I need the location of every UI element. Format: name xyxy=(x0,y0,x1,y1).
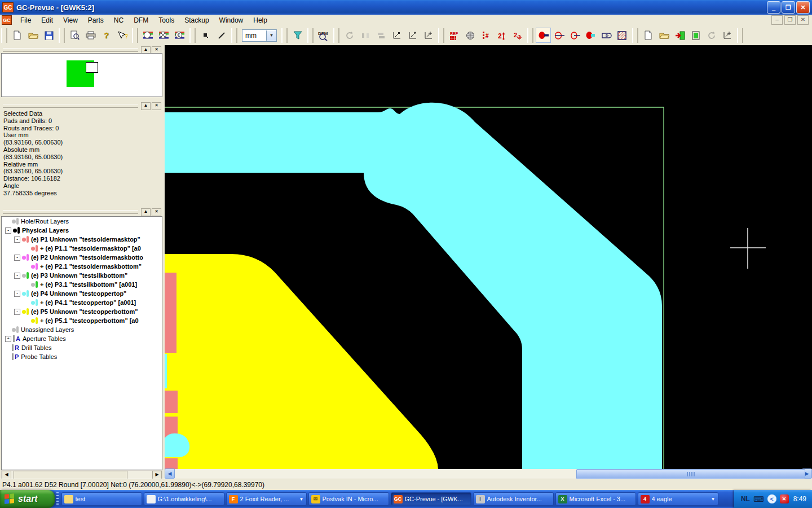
measure-plus-button[interactable] xyxy=(720,28,735,43)
layer-tree-item[interactable]: Hole/Rout Layers xyxy=(2,217,162,226)
menu-window[interactable]: Window xyxy=(214,15,249,25)
restore-button[interactable]: ❐ xyxy=(782,1,795,14)
layer-tree-item[interactable]: PProbe Tables xyxy=(2,352,162,361)
panel-grip[interactable] xyxy=(3,104,138,108)
taskbar-button-folder[interactable]: test xyxy=(61,492,142,506)
mdi-minimize-button[interactable]: – xyxy=(771,15,783,25)
toolbar-grip[interactable] xyxy=(189,28,196,43)
new-file-button-2[interactable] xyxy=(641,28,656,43)
overview-panel[interactable] xyxy=(1,53,162,97)
pad-hatch-button[interactable] xyxy=(615,28,630,43)
quick-launch-grip[interactable] xyxy=(56,492,59,506)
toolbar-grip[interactable] xyxy=(737,28,743,43)
expand-icon[interactable]: + xyxy=(5,336,11,342)
toolbar-grip[interactable] xyxy=(281,28,288,43)
hide-icons-chevron-icon[interactable]: < xyxy=(767,494,776,503)
layer-tree-item[interactable]: -(e) P2 Unknown "testsoldermaskbotto xyxy=(2,253,162,262)
toolbar-grip[interactable] xyxy=(231,28,237,43)
collapse-icon[interactable]: - xyxy=(14,273,20,279)
units-combobox[interactable]: mm▼ xyxy=(242,29,277,42)
print-preview-button[interactable] xyxy=(67,28,82,43)
taskbar-button-gc[interactable]: GCGC-Prevue - [GWK... xyxy=(391,492,471,506)
layer-tree-item[interactable]: + (e) P2.1 "testsoldermaskbottom" xyxy=(2,262,162,271)
layers-close-button[interactable]: ✕ xyxy=(152,208,161,216)
layer-tree-item[interactable]: -(e) P3 Unknown "testsilkbottom" xyxy=(2,271,162,280)
toolbar-grip[interactable] xyxy=(59,28,65,43)
ref-grid-button[interactable]: REF xyxy=(447,28,462,43)
menu-stackup[interactable]: Stackup xyxy=(179,15,214,25)
taskbar-button-eagle[interactable]: 44 eagle▼ xyxy=(638,492,718,506)
chevron-down-icon[interactable]: ▼ xyxy=(298,497,304,502)
menu-nc[interactable]: NC xyxy=(109,15,129,25)
print-button[interactable] xyxy=(83,28,98,43)
overview-viewport-indicator[interactable] xyxy=(86,62,98,73)
pad-trace-button[interactable] xyxy=(583,28,598,43)
open-file-button-2[interactable] xyxy=(656,28,672,43)
layers-collapse-button[interactable]: ▲ xyxy=(141,208,151,216)
taskbar-button-outlook[interactable]: ✉Postvak IN - Micro... xyxy=(308,492,389,506)
query-layers-button-1[interactable] xyxy=(140,28,156,43)
toolbar-grip[interactable] xyxy=(132,28,138,43)
collapse-icon[interactable]: - xyxy=(5,227,11,234)
layer-tree-item[interactable]: -(e) P5 Unknown "testcopperbottom" xyxy=(2,307,162,316)
taskbar-button-notepad[interactable]: G:\1.ontwikkeling\... xyxy=(144,492,224,506)
layer-tree-item[interactable]: +AAperture Tables xyxy=(2,334,162,343)
menu-view[interactable]: View xyxy=(58,15,83,25)
collapse-icon[interactable]: - xyxy=(14,291,20,297)
layer-tree-item[interactable]: + (e) P4.1 "testcoppertop" [a001] xyxy=(2,298,162,307)
menu-dfm[interactable]: DFM xyxy=(129,15,153,25)
collapse-icon[interactable]: - xyxy=(14,255,20,261)
start-button[interactable]: start xyxy=(0,490,55,508)
toolbar-grip[interactable] xyxy=(632,28,638,43)
coord-target-button[interactable]: 2 xyxy=(510,28,525,43)
net-globe-button[interactable] xyxy=(462,28,478,43)
layer-tree-item[interactable]: Unassigned Layers xyxy=(2,325,162,334)
chevron-down-icon[interactable]: ▼ xyxy=(710,497,716,502)
scrollbar-thumb[interactable] xyxy=(14,471,127,479)
aperture-list-button[interactable]: # xyxy=(478,28,493,43)
collapse-icon[interactable]: - xyxy=(14,309,20,315)
mdi-restore-button[interactable]: ❐ xyxy=(784,15,796,25)
scroll-left-icon[interactable]: ◀ xyxy=(2,471,11,479)
language-indicator[interactable]: NL xyxy=(741,495,750,503)
taskbar-button-inventor[interactable]: IAutodesk Inventor... xyxy=(473,492,554,506)
scroll-right-icon[interactable]: ▶ xyxy=(152,471,162,479)
scroll-left-icon[interactable]: ◀ xyxy=(165,468,175,479)
layer-tree-item[interactable]: -(e) P1 Unknown "testsoldermasktop" xyxy=(2,235,162,244)
soldermask-pad[interactable] xyxy=(165,273,176,353)
menu-tools[interactable]: Tools xyxy=(153,15,179,25)
toolbar-grip[interactable] xyxy=(333,28,339,43)
new-file-button[interactable] xyxy=(10,28,25,43)
menu-help[interactable]: Help xyxy=(248,15,272,25)
menu-file[interactable]: File xyxy=(15,15,36,25)
minimize-button[interactable]: _ xyxy=(767,1,780,14)
layer-tree-item[interactable]: -(e) P4 Unknown "testcoppertop" xyxy=(2,289,162,298)
toolbar-grip[interactable] xyxy=(1,28,7,43)
select-line-button[interactable] xyxy=(214,28,229,43)
scrollbar-thumb[interactable] xyxy=(576,469,805,479)
import-button[interactable] xyxy=(672,28,687,43)
close-button[interactable]: ✕ xyxy=(796,1,810,14)
layer-tree-item[interactable]: + (e) P1.1 "testsoldermasktop" [a0 xyxy=(2,244,162,253)
select-point-button[interactable] xyxy=(198,28,213,43)
gerber-canvas[interactable] xyxy=(165,45,812,469)
measure-add-button[interactable] xyxy=(421,28,436,43)
toolbar-grip[interactable] xyxy=(438,28,444,43)
layer-tree-item[interactable]: + (e) P3.1 "testsilkbottom" [a001] xyxy=(2,280,162,289)
selected-data-collapse-button[interactable]: ▲ xyxy=(141,102,151,110)
taskbar-button-foxit[interactable]: F2 Foxit Reader, ...▼ xyxy=(226,492,307,506)
open-file-button[interactable] xyxy=(25,28,41,43)
layer-tree-item[interactable]: + (e) P5.1 "testcopperbottom" [a0 xyxy=(2,316,162,325)
panel-grip[interactable] xyxy=(3,48,138,52)
panel-grip[interactable] xyxy=(3,210,138,214)
pad-solid-button[interactable] xyxy=(536,28,551,43)
help-button[interactable]: ? xyxy=(99,28,114,43)
soldermask-pad[interactable] xyxy=(165,458,178,469)
pad-circle-button[interactable] xyxy=(567,28,582,43)
selected-data-close-button[interactable]: ✕ xyxy=(152,102,161,110)
count-up-button[interactable]: 2 xyxy=(494,28,509,43)
taskbar-button-excel[interactable]: XMicrosoft Excel - 3... xyxy=(555,492,636,506)
measure-line-button[interactable] xyxy=(405,28,420,43)
query-layers-button-2[interactable] xyxy=(156,28,171,43)
mdi-close-button[interactable]: ✕ xyxy=(797,15,809,25)
